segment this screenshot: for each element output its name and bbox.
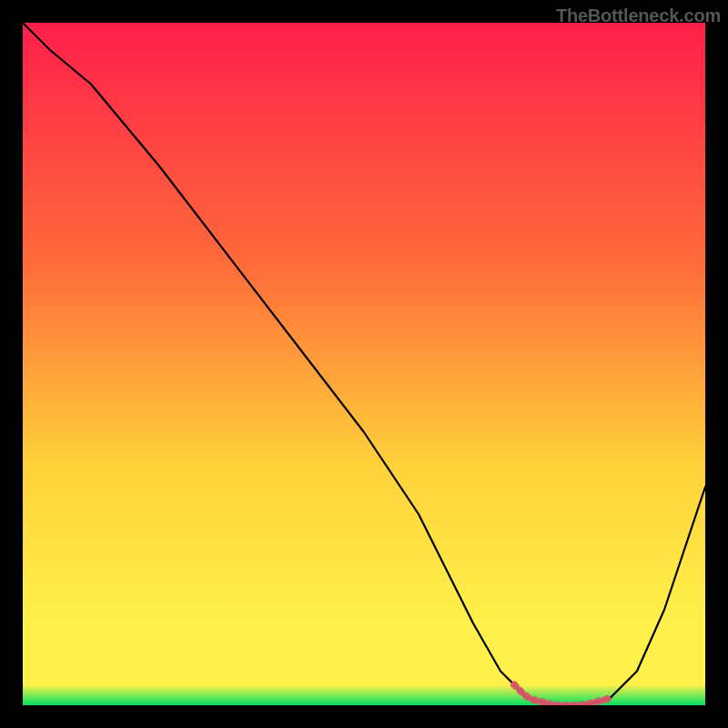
bottleneck-curve-chart — [23, 23, 705, 705]
plot-area — [23, 23, 705, 705]
chart-canvas: TheBottleneck.com — [0, 0, 728, 728]
